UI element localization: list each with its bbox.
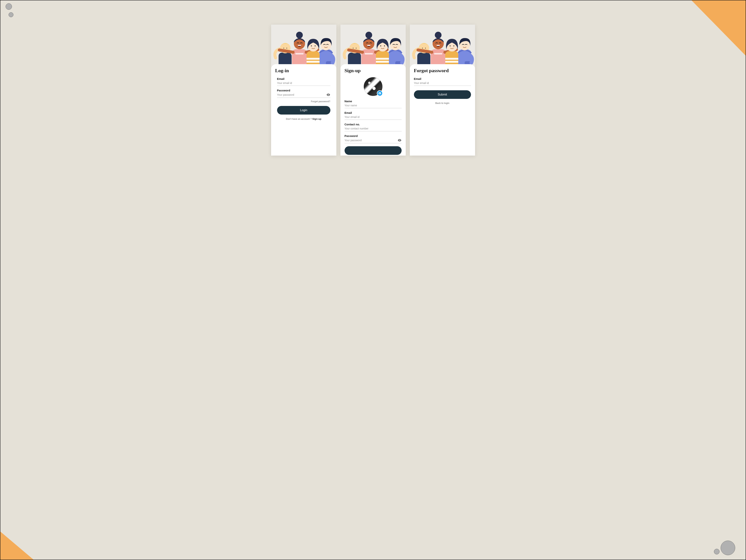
forgot-card: Forgot password Email Submit Back to log… <box>410 64 475 156</box>
svg-point-60 <box>453 46 454 47</box>
forgot-password-link[interactable]: Forget password? <box>311 100 330 103</box>
password-field-group: Password <box>275 89 332 98</box>
signup-prompt: Don't have an account ? Sign-up <box>275 117 332 120</box>
svg-point-17 <box>311 46 312 47</box>
submit-button[interactable]: Submit <box>414 90 471 99</box>
svg-rect-56 <box>445 61 458 63</box>
svg-point-38 <box>380 46 381 47</box>
signup-card: Sign-up Name Email <box>341 64 406 156</box>
svg-point-29 <box>366 32 372 38</box>
svg-point-50 <box>435 32 441 38</box>
svg-point-59 <box>450 46 451 47</box>
hero-illustration <box>271 25 336 67</box>
bg-dot <box>714 549 719 554</box>
svg-rect-14 <box>307 61 320 63</box>
camera-icon <box>378 92 381 95</box>
svg-rect-32 <box>365 53 373 54</box>
eye-icon[interactable] <box>326 93 331 97</box>
password-input[interactable] <box>277 93 326 96</box>
svg-point-8 <box>296 32 303 38</box>
login-card: Log-in Email Password Forget password? <box>271 64 336 156</box>
name-field-group: Name <box>345 100 402 108</box>
email-input[interactable] <box>414 81 471 85</box>
signup-screen: Sign-up Name Email <box>341 25 406 156</box>
avatar-wrapper <box>345 77 402 96</box>
hero-illustration <box>341 25 406 67</box>
svg-rect-55 <box>445 58 458 60</box>
svg-rect-35 <box>376 61 389 63</box>
svg-rect-34 <box>376 58 389 60</box>
svg-point-26 <box>356 48 356 49</box>
email-label: Email <box>414 77 471 80</box>
eye-icon[interactable] <box>398 138 402 142</box>
email-field-group: Email <box>345 111 402 120</box>
svg-point-5 <box>286 48 287 49</box>
svg-point-4 <box>283 48 284 49</box>
no-account-text: Don't have an account ? <box>286 118 313 120</box>
login-button[interactable]: Login <box>277 106 331 115</box>
friends-illustration-icon <box>271 25 336 67</box>
name-label: Name <box>345 100 402 103</box>
svg-rect-52 <box>437 45 440 46</box>
svg-point-46 <box>422 48 423 49</box>
password-label: Password <box>277 89 331 92</box>
hero-illustration <box>410 25 475 67</box>
camera-button[interactable] <box>377 90 383 96</box>
password-input[interactable] <box>345 138 398 142</box>
signup-link[interactable]: Sign-up <box>312 117 321 120</box>
friends-illustration-icon <box>410 25 475 67</box>
forgot-title: Forgot password <box>414 68 471 74</box>
password-label: Password <box>345 134 402 138</box>
name-input[interactable] <box>345 104 402 107</box>
svg-rect-11 <box>295 53 304 54</box>
svg-rect-10 <box>298 45 301 46</box>
bg-shape-orange-bottom-left <box>0 519 49 560</box>
friends-illustration-icon <box>341 25 406 67</box>
signup-button[interactable] <box>345 146 402 155</box>
contact-input[interactable] <box>345 127 402 131</box>
contact-field-group: Contact no. <box>345 123 402 131</box>
svg-point-25 <box>353 48 353 49</box>
bg-dot <box>721 540 735 555</box>
email-field-group: Email <box>275 77 332 86</box>
avatar <box>364 77 382 96</box>
svg-rect-31 <box>367 45 370 46</box>
email-label: Email <box>277 77 331 80</box>
svg-point-47 <box>425 48 426 49</box>
svg-rect-53 <box>434 53 442 54</box>
email-label: Email <box>345 111 402 114</box>
svg-rect-13 <box>307 58 320 60</box>
svg-point-39 <box>384 46 385 47</box>
forgot-screen: Forgot password Email Submit Back to log… <box>410 25 475 156</box>
login-title: Log-in <box>275 68 332 74</box>
contact-label: Contact no. <box>345 123 402 126</box>
back-to-login-link[interactable]: Back to login <box>435 102 449 105</box>
email-input[interactable] <box>345 115 402 119</box>
svg-point-18 <box>315 46 315 47</box>
password-field-group: Password <box>345 134 402 143</box>
signup-title: Sign-up <box>345 68 402 74</box>
login-screen: Log-in Email Password Forget password? <box>271 25 336 156</box>
email-input[interactable] <box>277 81 331 85</box>
email-field-group: Email <box>414 77 471 86</box>
